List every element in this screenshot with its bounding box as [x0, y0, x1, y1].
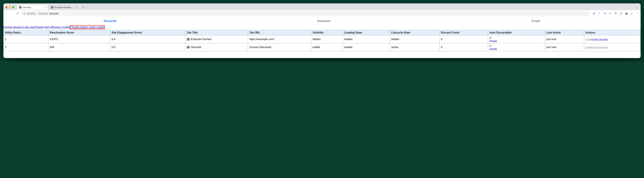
omnibox-scheme-label: Chrome: [27, 12, 35, 15]
maximize-window-button[interactable]: [12, 6, 14, 8]
globe-icon: [19, 6, 22, 9]
cell-reactivation: 0.8372: [48, 35, 110, 43]
back-button[interactable]: ←: [5, 12, 8, 15]
page-tabs: Discards Database Graph: [4, 17, 640, 25]
extensions-icon[interactable]: ✦: [608, 12, 612, 15]
page-content: Discards Database Graph [Urgent discard …: [4, 17, 640, 58]
cell-tab-title: Example Domain: [185, 35, 248, 43]
discards-table: Utility Rank▲ Reactivation Score Site En…: [4, 30, 640, 51]
cell-lifecycle: hidden: [390, 35, 439, 43]
toggle-high-efficiency-link[interactable]: [Toggle high efficiency mode]: [35, 26, 70, 29]
cell-tab-url: https://example.com/: [248, 35, 311, 43]
col-site-engagement[interactable]: Site Engagement Score: [110, 30, 185, 35]
cell-visibility: visible: [311, 43, 343, 51]
cell-tab-url: chrome://discards/: [248, 43, 311, 51]
table-row: 2 N/A 0.0 Discards chrome://discards/ vi…: [4, 43, 640, 51]
address-bar[interactable]: ◎ Chrome | chrome://discards: [21, 11, 590, 16]
cell-actions: [Load][Urgent Discard]: [584, 35, 640, 43]
cell-tab-title: Discards: [185, 43, 248, 51]
table-header-row: Utility Rank▲ Reactivation Score Site En…: [4, 30, 640, 35]
minimize-window-button[interactable]: [9, 6, 11, 8]
new-tab-button[interactable]: +: [81, 5, 86, 10]
reload-button[interactable]: ⟳: [16, 12, 19, 15]
tab-strip: Discards × Example Domain × + ⌄: [4, 4, 640, 10]
load-action-link[interactable]: [Load]: [586, 38, 592, 40]
tab-list-chevron-icon[interactable]: ⌄: [636, 6, 638, 9]
cell-discard-count: 0: [439, 43, 488, 51]
browser-tab-example[interactable]: Example Domain ×: [49, 5, 80, 10]
omnibox-url-prefix: chrome://: [38, 12, 48, 15]
col-loading-state[interactable]: Loading State: [343, 30, 390, 35]
check-icon: ✔: [490, 36, 492, 40]
forward-button: →: [10, 12, 14, 15]
chrome-icon: ◎: [23, 12, 25, 15]
globe-icon: [187, 38, 190, 41]
highlighted-action-link: [Toggle battery saver mode]: [70, 25, 105, 29]
col-tab-title[interactable]: Tab Title: [185, 30, 248, 35]
side-panel-icon[interactable]: ▣: [625, 12, 628, 15]
col-auto-discardable[interactable]: Auto Discardable: [488, 30, 545, 35]
close-tab-icon[interactable]: ×: [76, 6, 78, 9]
cell-actions: [Load][Urgent Discard]: [584, 43, 640, 51]
close-window-button[interactable]: [6, 6, 8, 8]
cell-discard-count: 0: [439, 35, 488, 43]
cell-last-active: just now: [545, 43, 584, 51]
urgent-discard-link[interactable]: [Urgent discard a tab now]: [4, 26, 35, 29]
toggle-discardable-link[interactable]: [Toggle]: [490, 48, 544, 50]
tab-graph[interactable]: Graph: [531, 19, 540, 23]
toggle-battery-saver-link[interactable]: [Toggle battery saver mode]: [71, 26, 104, 28]
labs-icon[interactable]: ⚗: [614, 12, 617, 15]
toolbar-actions: ⊕ ⇧ ★ ✦ ⚗ ◫ ▣ ☺ ⋮: [592, 12, 639, 15]
cell-last-active: just now: [545, 35, 584, 43]
close-tab-icon[interactable]: ×: [45, 6, 46, 9]
col-actions[interactable]: Actions: [584, 30, 640, 35]
col-last-active[interactable]: Last Active: [545, 30, 584, 35]
urgent-discard-action-link[interactable]: [Urgent Discard]: [592, 46, 608, 48]
toggle-discardable-link[interactable]: [Toggle]: [490, 40, 544, 42]
window-controls: [6, 6, 14, 8]
col-discard-count[interactable]: Discard Count: [439, 30, 488, 35]
cell-visibility: hidden: [311, 35, 343, 43]
cell-engagement: 0.0: [110, 43, 185, 51]
tab-title: Discards: [23, 6, 31, 9]
cell-auto-discardable: ✔ [Toggle]: [488, 43, 545, 51]
bookmark-star-icon[interactable]: ★: [603, 12, 606, 15]
browser-window: Discards × Example Domain × + ⌄ ← → ⟳ ◎ …: [4, 4, 640, 58]
cell-engagement: 6.4: [110, 35, 185, 43]
col-lifecycle-state[interactable]: Lifecycle State: [390, 30, 439, 35]
globe-icon: [187, 46, 190, 49]
check-icon: ✔: [490, 44, 492, 48]
cell-reactivation: N/A: [48, 43, 110, 51]
tab-discards[interactable]: Discards: [104, 19, 116, 23]
tab-title: Example Domain: [54, 6, 71, 9]
profile-avatar-icon[interactable]: ☺: [630, 12, 634, 15]
col-visibility[interactable]: Visibility: [311, 30, 343, 35]
tab-title-text: Example Domain: [191, 38, 212, 41]
cell-lifecycle: active: [390, 43, 439, 51]
cell-auto-discardable: ✔ [Toggle]: [488, 35, 545, 43]
omnibox-url-path: discards: [50, 12, 58, 15]
col-reactivation-score[interactable]: Reactivation Score: [48, 30, 110, 35]
col-tab-url[interactable]: Tab URL: [248, 30, 311, 35]
cell-loading: loaded: [343, 35, 390, 43]
urgent-discard-action-link[interactable]: [Urgent Discard]: [592, 38, 608, 40]
browser-tab-discards[interactable]: Discards ×: [17, 5, 48, 10]
menu-dots-icon[interactable]: ⋮: [636, 12, 639, 15]
sort-asc-icon: ▲: [20, 32, 22, 34]
zoom-icon[interactable]: ⊕: [592, 12, 596, 15]
omnibox-separator: |: [36, 12, 37, 15]
cell-loading: loaded: [343, 43, 390, 51]
tab-database[interactable]: Database: [317, 19, 330, 23]
cell-rank: 1: [4, 35, 48, 43]
globe-icon: [51, 6, 54, 9]
action-link-row: [Urgent discard a tab now][Toggle high e…: [4, 25, 640, 30]
table-row: 1 0.8372 6.4 Example Domain https://exam…: [4, 35, 640, 43]
toolbar: ← → ⟳ ◎ Chrome | chrome://discards ⊕ ⇧ ★…: [4, 10, 640, 17]
cell-rank: 2: [4, 43, 48, 51]
load-action-link[interactable]: [Load]: [586, 46, 592, 48]
tab-title-text: Discards: [191, 46, 201, 49]
share-icon[interactable]: ⇧: [598, 12, 601, 15]
col-utility-rank[interactable]: Utility Rank▲: [4, 30, 48, 35]
camera-icon[interactable]: ◫: [619, 12, 623, 15]
